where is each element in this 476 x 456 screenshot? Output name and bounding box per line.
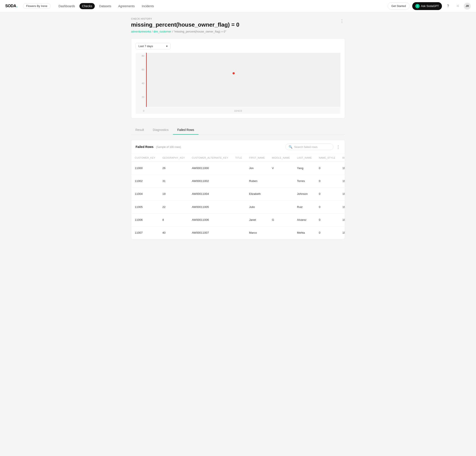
page-header-left: CHECK HISTORY missing_percent(house_owne… — [131, 17, 239, 38]
tab-diagnostics[interactable]: Diagnostics — [148, 125, 173, 135]
table-cell: AW00011002 — [188, 175, 232, 188]
table-cell: Johnson — [293, 188, 315, 200]
table-header-left: Failed Rows (Sample of 100 rows) — [136, 145, 181, 149]
apps-icon[interactable]: ⁙ — [454, 3, 461, 10]
table-row: 1100522AW00011005JulioRuiz01976-08-01S — [131, 200, 345, 213]
failed-rows-table: CUSTOMER_KEY GEOGRAPHY_KEY CUSTOMER_ALTE… — [131, 154, 345, 239]
table-more-button[interactable]: ⋮ — [336, 144, 340, 149]
table-cell: Torres — [293, 175, 315, 188]
table-cell: Jon — [246, 162, 269, 175]
chart-controls: Last 7 days ▾ — [136, 43, 340, 49]
table-cell: 19 — [159, 188, 188, 200]
chart-plot — [146, 53, 340, 107]
chart-data-point — [233, 72, 235, 75]
table-body: 1100026AW00011000JonVYang01971-10-06M110… — [131, 162, 345, 239]
nav-agreements[interactable]: Agreements — [116, 3, 137, 9]
table-cell: Janet — [246, 213, 269, 226]
table-row: 110068AW00011006JanetGAlvarez01976-12-02… — [131, 213, 345, 226]
table-cell: Julio — [246, 200, 269, 213]
table-cell — [232, 162, 246, 175]
table-row: 1100419AW00011004ElizabethJohnson01979-0… — [131, 188, 345, 200]
table-cell: AW00011005 — [188, 200, 232, 213]
table-cell: 22 — [159, 200, 188, 213]
table-cell — [232, 226, 246, 239]
table-cell: Alvarez — [293, 213, 315, 226]
check-history-label: CHECK HISTORY — [131, 17, 239, 20]
table-cell — [268, 200, 293, 213]
page-header: CHECK HISTORY missing_percent(house_owne… — [131, 17, 345, 38]
table-cell: 1971-10-06 — [339, 162, 345, 175]
date-range-selector[interactable]: Last 7 days ▾ — [136, 43, 170, 49]
table-cell: V — [268, 162, 293, 175]
breadcrumb: adventureworks / dim_customer / "missing… — [131, 30, 239, 33]
main-nav: Dashboards Checks Datasets Agreements In… — [56, 3, 382, 9]
col-last-name: LAST_NAME — [293, 154, 315, 162]
table-row: 1100026AW00011000JonVYang01971-10-06M — [131, 162, 345, 175]
table-cell: 1979-08-05 — [339, 188, 345, 200]
avatar[interactable]: JR — [464, 3, 471, 10]
table-cell: 26 — [159, 162, 188, 175]
col-name-style: NAME_STYLE — [315, 154, 339, 162]
failed-rows-section: Failed Rows (Sample of 100 rows) 🔍 Searc… — [131, 140, 345, 239]
nav-dashboards[interactable]: Dashboards — [56, 3, 78, 9]
table-cell: 1976-12-02 — [339, 213, 345, 226]
col-customer-key: CUSTOMER_KEY — [131, 154, 159, 162]
table-cell: 11000 — [131, 162, 159, 175]
table-cell: AW00011004 — [188, 188, 232, 200]
col-middle-name: MIDDLE_NAME — [268, 154, 293, 162]
table-header-right: 🔍 Search failed rows ⋮ — [285, 144, 340, 150]
tabs: Result Diagnostics Failed Rows — [131, 125, 345, 135]
table-cell — [268, 226, 293, 239]
nav-checks[interactable]: Checks — [79, 3, 95, 9]
table-cell: 0 — [315, 162, 339, 175]
table-header: Failed Rows (Sample of 100 rows) 🔍 Searc… — [131, 140, 345, 154]
table-cell: 1971-02-09 — [339, 175, 345, 188]
page-more-button[interactable]: ⋮ — [339, 17, 345, 25]
table-cell: 1969-11-06 — [339, 226, 345, 239]
table-row: 1100231AW00011002RubenTorres01971-02-09M — [131, 175, 345, 188]
page-title: missing_percent(house_owner_flag) = 0 — [131, 21, 239, 28]
table-cell: Marco — [246, 226, 269, 239]
table-cell: Ruben — [246, 175, 269, 188]
table-cell — [268, 188, 293, 200]
soda-logo[interactable]: SODA. — [5, 4, 18, 8]
breadcrumb-adventureworks[interactable]: adventureworks — [131, 30, 151, 33]
breadcrumb-dim-customer[interactable]: dim_customer — [153, 30, 171, 33]
table-cell — [232, 200, 246, 213]
nav-incidents[interactable]: Incidents — [139, 3, 157, 9]
search-icon: 🔍 — [289, 145, 292, 149]
tab-failed-rows[interactable]: Failed Rows — [173, 125, 198, 135]
table-cell: 11004 — [131, 188, 159, 200]
nav-datasets[interactable]: Datasets — [96, 3, 114, 9]
table-cell: Mehta — [293, 226, 315, 239]
col-title: TITLE — [232, 154, 246, 162]
chart-red-line — [146, 53, 147, 107]
table-cell: 11007 — [131, 226, 159, 239]
ask-soda-button[interactable]: ✦ Ask SodaGPT — [412, 2, 442, 10]
table-cell: 40 — [159, 226, 188, 239]
table-cell: 11006 — [131, 213, 159, 226]
brand-selector[interactable]: Flowers By Irene — [23, 3, 51, 9]
table-cell: 11002 — [131, 175, 159, 188]
col-birth-date: BIRTH_DATE — [339, 154, 345, 162]
main-content: CHECK HISTORY missing_percent(house_owne… — [122, 12, 354, 245]
table-row: 1100740AW00011007MarcoMehta01969-11-06M — [131, 226, 345, 239]
col-geography-key: GEOGRAPHY_KEY — [159, 154, 188, 162]
table-cell: 31 — [159, 175, 188, 188]
table-cell: 8 — [159, 213, 188, 226]
get-started-button[interactable]: Get Started — [388, 2, 409, 10]
table-cell: 11005 — [131, 200, 159, 213]
table-title: Failed Rows — [136, 145, 153, 149]
help-icon[interactable]: ? — [445, 3, 451, 10]
table-cell: Ruiz — [293, 200, 315, 213]
tab-result[interactable]: Result — [131, 125, 148, 135]
search-box[interactable]: 🔍 Search failed rows — [285, 144, 333, 150]
col-first-name: FIRST_NAME — [246, 154, 269, 162]
table-cell: 0 — [315, 188, 339, 200]
navbar: SODA. Flowers By Irene Dashboards Checks… — [0, 0, 476, 12]
table-cell: AW00011006 — [188, 213, 232, 226]
navbar-right: Get Started ✦ Ask SodaGPT ? ⁙ JR — [388, 2, 471, 10]
ask-soda-icon: ✦ — [415, 4, 420, 8]
col-customer-alternate-key: CUSTOMER_ALTERNATE_KEY — [188, 154, 232, 162]
table-cell: 0 — [315, 226, 339, 239]
